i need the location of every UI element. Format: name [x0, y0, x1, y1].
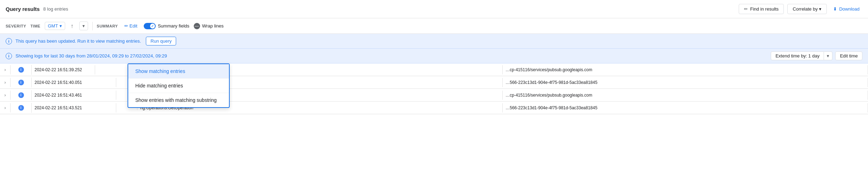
- download-button[interactable]: ⬇ Download: [830, 4, 862, 14]
- edit-summary-button[interactable]: ✏ Edit: [122, 22, 140, 30]
- extend-time-dropdown-button[interactable]: ▾: [824, 51, 832, 60]
- severity-cell: i: [11, 78, 32, 87]
- wrap-lines-container: — Wrap lines: [194, 23, 224, 29]
- download-label: Download: [839, 6, 860, 12]
- showing-logs-text: Showing logs for last 30 days from 28/01…: [16, 53, 167, 59]
- find-in-results-button[interactable]: ✏ Find in results: [739, 4, 784, 14]
- hide-matching-entries-item[interactable]: Hide matching entries: [128, 79, 229, 93]
- time-cell: 2024-02-22 16:51:43.521: [32, 103, 116, 112]
- expand-arrow[interactable]: ›: [0, 103, 11, 112]
- show-matching-entries-item[interactable]: Show matching entries: [128, 64, 229, 79]
- edit-icon: ✏: [124, 23, 128, 29]
- edit-time-button[interactable]: Edit time: [835, 51, 862, 60]
- time-cell: 2024-02-22 16:51:43.461: [32, 91, 116, 100]
- query-updated-banner: i This query has been updated. Run it to…: [0, 34, 868, 49]
- summary-fields-toggle[interactable]: ✓ Summary fields: [144, 23, 190, 29]
- expand-arrow[interactable]: ›: [0, 65, 11, 74]
- toggle-switch[interactable]: ✓: [144, 23, 156, 29]
- showing-logs-banner: i Showing logs for last 30 days from 28/…: [0, 49, 868, 63]
- toolbar-separator: [92, 22, 93, 30]
- chevron-down-icon: ▾: [819, 6, 822, 12]
- wrap-lines-icon[interactable]: —: [194, 23, 200, 29]
- severity-cell: i: [11, 103, 32, 113]
- resource-cell: …cp-415116/services/pubsub.googleapis.co…: [503, 91, 868, 100]
- correlate-by-button[interactable]: Correlate by ▾: [787, 4, 827, 14]
- wrap-lines-label: Wrap lines: [202, 23, 224, 29]
- page-title: Query results: [6, 6, 40, 12]
- table-container: › i 2024-02-22 16:51:39.252 serviceUsage…: [0, 63, 868, 114]
- edit-label: Edit: [130, 23, 137, 29]
- context-dropdown-menu: Show matching entries Hide matching entr…: [128, 63, 230, 108]
- query-updated-text: This query has been updated. Run it to v…: [16, 38, 141, 44]
- time-cell: 2024-02-22 16:51:40.051: [32, 78, 116, 87]
- severity-badge: i: [18, 80, 24, 85]
- correlate-by-label: Correlate by: [793, 6, 818, 12]
- resource-cell: …cp-415116/services/pubsub.googleapis.co…: [503, 65, 868, 74]
- severity-badge: i: [18, 92, 24, 98]
- extend-time-button[interactable]: Extend time by: 1 day: [771, 51, 824, 60]
- gmt-label: GMT: [48, 23, 58, 29]
- toolbar-row: SEVERITY TIME GMT ▾ ↑ ▾ SUMMARY ✏ Edit ✓…: [0, 18, 868, 34]
- info-icon-2: i: [6, 53, 12, 59]
- sort-ascending-button[interactable]: ↑: [69, 22, 75, 30]
- expand-arrow[interactable]: ›: [0, 78, 11, 87]
- gmt-button[interactable]: GMT ▾: [45, 22, 65, 30]
- pencil-icon: ✏: [744, 6, 748, 12]
- severity-cell: i: [11, 90, 32, 100]
- run-query-button[interactable]: Run query: [146, 37, 176, 45]
- resource-cell: …566-223c13d1-904e-4f75-981d-5ac33ea8184…: [503, 78, 868, 87]
- download-icon: ⬇: [833, 6, 837, 12]
- time-dropdown-button[interactable]: ▾: [79, 22, 88, 30]
- info-icon: i: [6, 38, 12, 44]
- find-in-results-label: Find in results: [750, 6, 779, 12]
- severity-cell: i: [11, 65, 32, 75]
- severity-badge: i: [18, 105, 24, 111]
- toggle-knob: ✓: [150, 24, 155, 29]
- header-bar: Query results 8 log entries ✏ Find in re…: [0, 0, 868, 18]
- expand-arrow[interactable]: ›: [0, 91, 11, 100]
- summary-label: SUMMARY: [97, 24, 118, 28]
- log-count: 8 log entries: [43, 6, 68, 12]
- time-cell: 2024-02-22 16:51:39.252: [32, 65, 95, 74]
- show-matching-substring-item[interactable]: Show entries with matching substring: [128, 93, 229, 107]
- time-label: TIME: [30, 24, 40, 28]
- severity-label: SEVERITY: [6, 24, 26, 28]
- summary-fields-label: Summary fields: [158, 23, 190, 29]
- time-controls: Extend time by: 1 day ▾ Edit time: [771, 51, 862, 60]
- severity-badge: i: [18, 67, 24, 73]
- chevron-down-icon: ▾: [60, 23, 62, 29]
- check-icon: ✓: [151, 24, 154, 28]
- resource-cell: …566-223c13d1-904e-4f75-981d-5ac33ea8184…: [503, 103, 868, 112]
